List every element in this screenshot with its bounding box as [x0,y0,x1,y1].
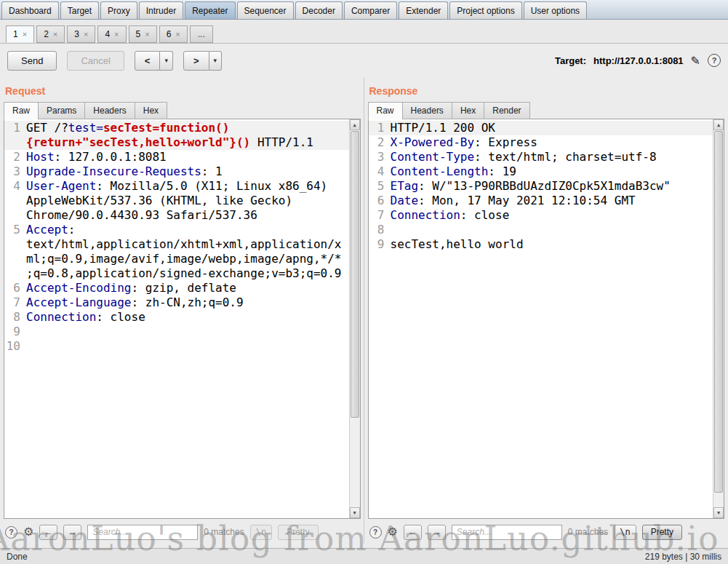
editor-line[interactable]: 1GET /?test=secTest=function(){return+"s… [4,121,349,150]
search-next-button[interactable]: → [63,525,81,540]
search-prev-button[interactable]: ← [39,525,57,540]
nav-tab-extender[interactable]: Extender [399,1,448,19]
send-button[interactable]: Send [7,51,57,71]
cancel-button[interactable]: Cancel [67,51,124,71]
repeater-tab-1[interactable]: 1× [6,25,34,43]
response-tab-render[interactable]: Render [484,102,529,119]
request-scrollbar-thumb[interactable] [351,131,359,418]
editor-line[interactable]: 10 [4,339,349,354]
nav-tab-sequencer[interactable]: Sequencer [237,1,294,19]
request-tab-raw[interactable]: Raw [4,102,38,119]
nav-tab-project-options[interactable]: Project options [449,1,521,19]
editor-line[interactable]: 3Upgrade-Insecure-Requests: 1 [4,164,349,179]
nav-tab-repeater[interactable]: Repeater [185,1,235,19]
close-tab-icon[interactable]: × [114,30,119,39]
next-request-dropdown-icon[interactable]: ▾ [209,51,223,71]
response-tab-raw[interactable]: Raw [368,102,402,119]
request-tab-hex[interactable]: Hex [135,102,167,119]
nav-tab-target[interactable]: Target [60,1,99,19]
line-text[interactable]: Accept: text/html,application/xhtml+xml,… [26,223,349,281]
line-text[interactable]: HTTP/1.1 200 OK [391,121,713,135]
request-tab-headers[interactable]: Headers [84,102,134,119]
repeater-tab-2[interactable]: 2× [36,25,65,43]
response-tab-headers[interactable]: Headers [402,102,452,119]
newline-toggle-button[interactable]: \n [614,525,636,540]
close-tab-icon[interactable]: × [175,30,180,39]
nav-tab-comparer[interactable]: Comparer [344,1,397,19]
pretty-button[interactable]: Pretty [278,525,318,540]
line-text[interactable]: secTest,hello world [391,237,713,252]
search-input[interactable] [87,525,198,540]
scroll-up-icon[interactable]: ▲ [713,119,724,130]
line-text[interactable]: X-Powered-By: Express [391,135,713,150]
prev-request-dropdown-icon[interactable]: ▾ [160,51,173,71]
response-editor[interactable]: 1HTTP/1.1 200 OK2X-Powered-By: Express3C… [368,119,725,519]
search-input[interactable] [452,525,562,540]
edit-target-icon[interactable]: ✎ [691,54,700,68]
scroll-up-icon[interactable]: ▲ [350,119,360,130]
nav-tab-intruder[interactable]: Intruder [139,1,183,19]
editor-line[interactable]: 8Connection: close [4,310,349,325]
line-text[interactable]: Connection: close [391,208,713,223]
editor-line[interactable]: 9secTest,hello world [369,237,713,252]
editor-line[interactable]: 9 [4,325,349,339]
response-tab-hex[interactable]: Hex [452,102,484,119]
repeater-tab-6[interactable]: 6× [159,25,188,43]
response-editor-lines[interactable]: 1HTTP/1.1 200 OK2X-Powered-By: Express3C… [369,119,713,518]
editor-line[interactable]: 7Connection: close [369,208,713,223]
scroll-down-icon[interactable]: ▼ [713,507,724,518]
nav-tab-proxy[interactable]: Proxy [100,1,137,19]
repeater-tab-5[interactable]: 5× [129,25,157,43]
line-text[interactable]: Accept-Encoding: gzip, deflate [26,281,349,295]
close-tab-icon[interactable]: × [145,30,149,39]
newline-toggle-button[interactable]: \n [250,525,272,540]
panel-splitter[interactable] [361,77,368,544]
editor-line[interactable]: 3Content-Type: text/html; charset=utf-8 [369,150,713,164]
line-text[interactable]: Host: 127.0.0.1:8081 [26,150,349,164]
nav-tab-dashboard[interactable]: Dashboard [1,1,59,19]
help-icon[interactable]: ? [369,526,382,539]
editor-line[interactable]: 4Content-Length: 19 [369,164,713,179]
editor-line[interactable]: 5Accept: text/html,application/xhtml+xml… [4,223,349,281]
editor-line[interactable]: 4User-Agent: Mozilla/5.0 (X11; Linux x86… [4,179,349,223]
close-tab-icon[interactable]: × [84,30,88,39]
editor-line[interactable]: 2X-Powered-By: Express [369,135,713,150]
settings-icon[interactable]: ⚙ [23,526,33,538]
editor-line[interactable]: 1HTTP/1.1 200 OK [369,121,713,135]
request-editor-lines[interactable]: 1GET /?test=secTest=function(){return+"s… [4,119,349,518]
line-text[interactable]: User-Agent: Mozilla/5.0 (X11; Linux x86_… [26,179,349,223]
repeater-tab-3[interactable]: 3× [67,25,95,43]
nav-tab-user-options[interactable]: User options [524,1,587,19]
close-tab-icon[interactable]: × [53,30,57,39]
pretty-button[interactable]: Pretty [642,525,682,540]
response-scrollbar-track[interactable] [713,130,724,507]
editor-line[interactable]: 7Accept-Language: zh-CN,zh;q=0.9 [4,295,349,310]
search-next-button[interactable]: → [428,525,446,540]
close-tab-icon[interactable]: × [23,30,27,39]
response-scrollbar-thumb[interactable] [714,131,723,493]
next-request-button[interactable]: > ▾ [183,51,222,71]
editor-line[interactable]: 6Date: Mon, 17 May 2021 12:10:54 GMT [369,194,713,208]
editor-line[interactable]: 6Accept-Encoding: gzip, deflate [4,281,349,295]
line-text[interactable]: Content-Length: 19 [391,164,713,179]
line-text[interactable] [26,339,349,354]
line-text[interactable]: Date: Mon, 17 May 2021 12:10:54 GMT [391,194,713,208]
editor-line[interactable]: 5ETag: W/"13-P90RBBdUAzdIZ0Cpk5X1mdaB3cw… [369,179,713,194]
help-icon[interactable]: ? [5,526,17,539]
search-prev-button[interactable]: ← [404,525,422,540]
nav-tab-decoder[interactable]: Decoder [295,1,343,19]
settings-icon[interactable]: ⚙ [388,526,398,538]
line-text[interactable]: GET /?test=secTest=function(){return+"se… [26,121,349,150]
request-scrollbar[interactable]: ▲ ▼ [349,119,360,518]
line-text[interactable]: Connection: close [26,310,349,325]
prev-request-button[interactable]: < ▾ [135,51,173,71]
request-tab-params[interactable]: Params [38,102,84,119]
line-text[interactable] [26,325,349,339]
repeater-tab-4[interactable]: 4× [97,25,126,43]
response-scrollbar[interactable]: ▲ ▼ [713,119,724,518]
line-text[interactable]: Upgrade-Insecure-Requests: 1 [26,164,349,179]
editor-line[interactable]: 2Host: 127.0.0.1:8081 [4,150,349,164]
line-text[interactable]: Content-Type: text/html; charset=utf-8 [391,150,713,164]
help-icon[interactable]: ? [708,54,721,67]
line-text[interactable]: Accept-Language: zh-CN,zh;q=0.9 [26,295,349,310]
